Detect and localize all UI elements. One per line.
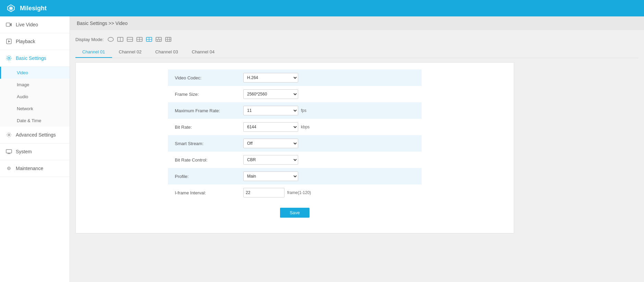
sidebar-label-live-video: Live Video: [16, 22, 38, 27]
display-mode-label: Display Mode:: [75, 37, 104, 42]
tab-channel01[interactable]: Channel 01: [75, 47, 112, 58]
select-bit-rate-control[interactable]: CBRVBR: [243, 155, 298, 165]
svg-rect-10: [6, 150, 12, 153]
tab-channel02[interactable]: Channel 02: [112, 47, 149, 58]
input-iframe-interval[interactable]: [243, 188, 284, 197]
submenu-item-image[interactable]: Image: [0, 79, 70, 91]
content-body: Display Mode:: [70, 30, 644, 282]
submenu-item-network[interactable]: Network: [0, 103, 70, 115]
form-row-smart-stream: Smart Stream:OffOn: [168, 135, 422, 152]
maintenance-icon: [5, 165, 12, 172]
form-control-wrap-max-frame-rate: 15101115202530fps: [243, 106, 306, 115]
gear-icon: [5, 55, 12, 62]
form-row-max-frame-rate: Maximum Frame Rate:15101115202530fps: [168, 102, 422, 119]
tab-channel04[interactable]: Channel 04: [185, 47, 222, 58]
form-row-frame-size: Frame Size:2560*25601920*10801280*720640…: [168, 86, 422, 102]
form-label-iframe-interval: I-frame Interval:: [175, 190, 243, 195]
form-label-bit-rate: Bit Rate:: [175, 125, 243, 130]
sidebar-item-live-video[interactable]: Live Video: [0, 16, 70, 33]
display-mode-quad[interactable]: [136, 36, 143, 43]
display-mode-bar: Display Mode:: [75, 36, 639, 43]
save-btn-row: Save: [83, 208, 507, 218]
channel-tabs: Channel 01 Channel 02 Channel 03 Channel…: [75, 47, 639, 58]
display-mode-icons: [107, 36, 172, 43]
select-profile[interactable]: BaselineMainHigh: [243, 171, 298, 181]
svg-rect-4: [6, 23, 10, 26]
unit-max-frame-rate: fps: [301, 108, 306, 113]
display-mode-quad-active[interactable]: [145, 36, 153, 43]
select-frame-size[interactable]: 2560*25601920*10801280*720640*480: [243, 89, 298, 99]
form-label-profile: Profile:: [175, 174, 243, 179]
logo-icon: [5, 3, 16, 14]
form-row-bit-rate: Bit Rate:51210242048409661448192kbps: [168, 119, 422, 135]
svg-point-14: [9, 168, 10, 169]
form-control-wrap-profile: BaselineMainHigh: [243, 171, 298, 181]
sidebar-item-maintenance[interactable]: Maintenance: [0, 160, 70, 177]
form-row-bit-rate-control: Bit Rate Control:CBRVBR: [168, 152, 422, 168]
svg-point-15: [108, 37, 113, 41]
form-panel: Video Codec:H.264H.265MJPEGFrame Size:25…: [75, 62, 514, 233]
form-inner: Video Codec:H.264H.265MJPEGFrame Size:25…: [175, 69, 415, 201]
sidebar-item-basic-settings[interactable]: Basic Settings: [0, 50, 70, 67]
svg-point-8: [8, 57, 10, 59]
form-label-video-codec: Video Codec:: [175, 75, 243, 80]
display-mode-layout6[interactable]: [165, 36, 172, 43]
brand-name: Milesight: [20, 5, 47, 12]
display-mode-dual-v[interactable]: [126, 36, 134, 43]
sidebar-label-system: System: [16, 149, 32, 154]
breadcrumb: Basic Settings >> Video: [70, 16, 644, 30]
form-control-wrap-bit-rate-control: CBRVBR: [243, 155, 298, 165]
select-bit-rate[interactable]: 51210242048409661448192: [243, 122, 298, 132]
form-control-wrap-smart-stream: OffOn: [243, 139, 298, 148]
sidebar-submenu-basic-settings: Video Image Audio Network Date & Time: [0, 67, 70, 127]
svg-marker-7: [8, 40, 10, 43]
submenu-item-video[interactable]: Video: [0, 67, 70, 79]
unit-bit-rate: kbps: [301, 125, 309, 129]
form-label-frame-size: Frame Size:: [175, 92, 243, 97]
settings-icon: [5, 131, 12, 138]
tab-channel03[interactable]: Channel 03: [148, 47, 185, 58]
sidebar-item-playback[interactable]: Playback: [0, 33, 70, 50]
save-button[interactable]: Save: [280, 208, 309, 218]
select-video-codec[interactable]: H.264H.265MJPEG: [243, 73, 298, 82]
main-area: Live Video Playback: [0, 16, 644, 282]
video-icon: [5, 21, 12, 28]
system-icon: [5, 148, 12, 155]
sidebar-label-maintenance: Maintenance: [16, 166, 43, 171]
submenu-item-audio[interactable]: Audio: [0, 91, 70, 103]
svg-point-9: [8, 134, 10, 136]
form-row-profile: Profile:BaselineMainHigh: [168, 168, 422, 184]
sidebar-label-advanced-settings: Advanced Settings: [16, 132, 56, 138]
display-mode-layout5[interactable]: [155, 36, 162, 43]
sidebar: Live Video Playback: [0, 16, 70, 282]
display-mode-dual-h[interactable]: [117, 36, 124, 43]
svg-point-3: [10, 7, 12, 9]
form-label-smart-stream: Smart Stream:: [175, 141, 243, 146]
form-row-iframe-interval: I-frame Interval:frame(1-120): [168, 184, 422, 201]
sidebar-item-system[interactable]: System: [0, 143, 70, 160]
play-icon: [5, 38, 12, 45]
unit-iframe-interval: frame(1-120): [287, 190, 311, 195]
form-control-wrap-iframe-interval: frame(1-120): [243, 188, 311, 197]
top-bar: Milesight: [0, 0, 644, 16]
submenu-item-date-time[interactable]: Date & Time: [0, 115, 70, 127]
form-control-wrap-frame-size: 2560*25601920*10801280*720640*480: [243, 89, 298, 99]
form-control-wrap-video-codec: H.264H.265MJPEG: [243, 73, 298, 82]
select-max-frame-rate[interactable]: 15101115202530: [243, 106, 298, 115]
form-label-bit-rate-control: Bit Rate Control:: [175, 157, 243, 163]
form-label-max-frame-rate: Maximum Frame Rate:: [175, 108, 243, 113]
app-wrapper: Milesight Live Video: [0, 0, 644, 282]
form-control-wrap-bit-rate: 51210242048409661448192kbps: [243, 122, 309, 132]
sidebar-label-playback: Playback: [16, 39, 35, 44]
content-area: Basic Settings >> Video Display Mode:: [70, 16, 644, 282]
select-smart-stream[interactable]: OffOn: [243, 139, 298, 148]
sidebar-label-basic-settings: Basic Settings: [16, 55, 46, 61]
display-mode-single[interactable]: [107, 36, 114, 43]
form-row-video-codec: Video Codec:H.264H.265MJPEG: [168, 69, 422, 86]
sidebar-item-advanced-settings[interactable]: Advanced Settings: [0, 127, 70, 143]
